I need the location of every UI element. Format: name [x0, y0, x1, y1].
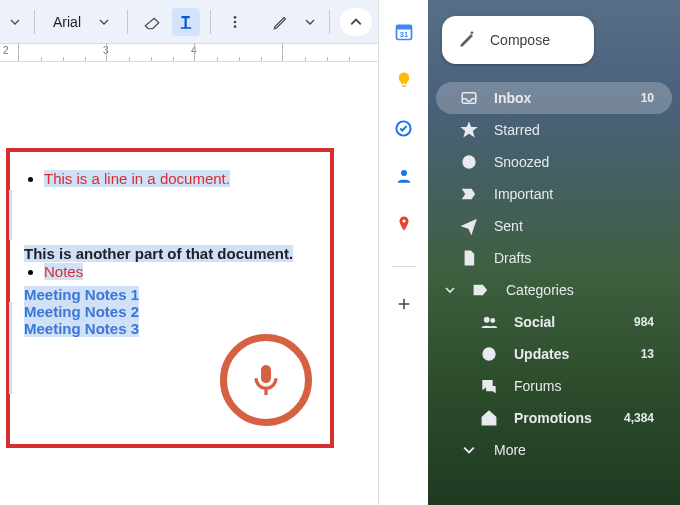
inbox-icon — [460, 89, 478, 107]
gmail-nav: Compose Inbox 10 Starred Snoozed Importa… — [428, 0, 680, 505]
nav-count: 13 — [641, 347, 654, 361]
maps-icon[interactable] — [394, 214, 414, 234]
ruler-tick: 2 — [3, 45, 9, 56]
svg-point-2 — [234, 20, 237, 23]
nav-starred[interactable]: Starred — [436, 114, 672, 146]
nav-sent[interactable]: Sent — [436, 210, 672, 242]
svg-point-8 — [401, 170, 407, 176]
nav-count: 4,384 — [624, 411, 654, 425]
compose-label: Compose — [490, 32, 550, 48]
nav-drafts[interactable]: Drafts — [436, 242, 672, 274]
selection-bar — [9, 190, 12, 240]
divider — [329, 10, 330, 34]
svg-rect-0 — [181, 27, 192, 29]
drafts-icon — [460, 249, 478, 267]
pen-tool-button[interactable] — [267, 8, 295, 36]
nav-more[interactable]: More — [436, 434, 672, 466]
svg-point-9 — [402, 220, 405, 223]
pen-dropdown[interactable] — [301, 8, 319, 36]
side-panel: 31 — [378, 0, 428, 505]
toolbar: Arial — [0, 0, 378, 44]
document-body[interactable]: This is a line in a document. This is an… — [0, 62, 378, 505]
nav-promotions[interactable]: Promotions 4,384 — [436, 402, 672, 434]
clock-icon — [460, 153, 478, 171]
promotions-icon — [480, 409, 498, 427]
important-icon — [460, 185, 478, 203]
document-pane: Arial 2 3 — [0, 0, 378, 505]
nav-label: Inbox — [494, 90, 531, 106]
svg-point-15 — [488, 414, 490, 416]
nav-forums[interactable]: Forums — [436, 370, 672, 402]
voice-typing-button[interactable] — [220, 334, 312, 426]
list-item[interactable]: Notes — [44, 263, 316, 280]
highlighted-region: This is a line in a document. This is an… — [6, 148, 334, 448]
divider — [392, 266, 416, 267]
compose-button[interactable]: Compose — [442, 16, 594, 64]
toolbar-dropdown-caret[interactable] — [6, 8, 24, 36]
nav-important[interactable]: Important — [436, 178, 672, 210]
note-links: Meeting Notes 1 Meeting Notes 2 Meeting … — [24, 286, 316, 337]
nav-label: More — [494, 442, 526, 458]
nav-label: Forums — [514, 378, 561, 394]
nav-categories[interactable]: Categories — [436, 274, 672, 306]
nav-label: Categories — [506, 282, 574, 298]
svg-point-3 — [234, 25, 237, 28]
more-options-button[interactable] — [221, 8, 249, 36]
font-family-select[interactable]: Arial — [45, 10, 117, 34]
nav-count: 984 — [634, 315, 654, 329]
doc-line: This is a line in a document. — [44, 170, 230, 187]
contacts-icon[interactable] — [394, 166, 414, 186]
section-heading[interactable]: This is another part of that document. — [24, 245, 316, 263]
nav-label: Starred — [494, 122, 540, 138]
chevron-down-icon — [460, 441, 478, 459]
doc-line: Notes — [44, 263, 83, 280]
ruler: 2 3 4 — [0, 44, 378, 62]
nav-label: Sent — [494, 218, 523, 234]
nav-label: Updates — [514, 346, 569, 362]
nav-inbox[interactable]: Inbox 10 — [436, 82, 672, 114]
microphone-icon — [246, 360, 286, 400]
note-link[interactable]: Meeting Notes 1 — [24, 286, 316, 303]
collapse-toolbar-button[interactable] — [340, 8, 372, 36]
nav-label: Important — [494, 186, 553, 202]
divider — [127, 10, 128, 34]
nav-social[interactable]: Social 984 — [436, 306, 672, 338]
svg-point-13 — [491, 319, 495, 323]
nav-updates[interactable]: Updates 13 — [436, 338, 672, 370]
chevron-down-icon — [444, 281, 456, 299]
calendar-icon[interactable]: 31 — [394, 22, 414, 42]
svg-rect-5 — [396, 25, 411, 29]
nav-label: Snoozed — [494, 154, 549, 170]
svg-text:31: 31 — [399, 30, 407, 39]
bullet-list: This is a line in a document. — [44, 170, 316, 187]
add-addon-button[interactable] — [395, 295, 413, 313]
keep-icon[interactable] — [394, 70, 414, 90]
font-family-label: Arial — [53, 14, 81, 30]
sent-icon — [460, 217, 478, 235]
divider — [210, 10, 211, 34]
star-icon — [460, 121, 478, 139]
selection-bar — [9, 302, 12, 394]
nav-label: Drafts — [494, 250, 531, 266]
svg-point-1 — [234, 16, 237, 19]
pencil-icon — [458, 31, 476, 49]
nav-label: Social — [514, 314, 555, 330]
insert-text-button[interactable] — [172, 8, 200, 36]
info-icon — [480, 345, 498, 363]
tag-icon — [472, 281, 490, 299]
svg-point-12 — [485, 318, 490, 323]
nav-label: Promotions — [514, 410, 592, 426]
social-icon — [480, 313, 498, 331]
note-link[interactable]: Meeting Notes 2 — [24, 303, 316, 320]
bullet-list: Notes — [44, 263, 316, 280]
forums-icon — [480, 377, 498, 395]
nav-count: 10 — [641, 91, 654, 105]
tasks-icon[interactable] — [394, 118, 414, 138]
nav-snoozed[interactable]: Snoozed — [436, 146, 672, 178]
divider — [34, 10, 35, 34]
highlight-button[interactable] — [138, 8, 166, 36]
list-item[interactable]: This is a line in a document. — [44, 170, 316, 187]
